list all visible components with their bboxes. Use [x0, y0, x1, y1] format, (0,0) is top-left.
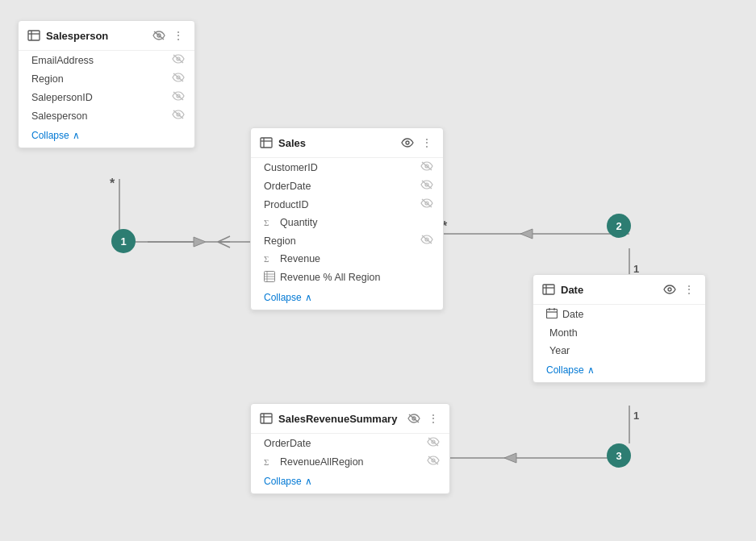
svg-point-37	[406, 141, 409, 144]
svg-marker-11	[520, 229, 533, 239]
field-emailaddress-eye[interactable]	[172, 54, 185, 66]
svg-rect-55	[547, 310, 558, 318]
salesperson-eye-icon[interactable]	[151, 27, 167, 44]
calendar-date-icon	[546, 308, 559, 321]
field-customerid: CustomerID	[251, 158, 443, 177]
table-salesperson-title: Salesperson	[46, 30, 146, 42]
field-customerid-eye[interactable]	[420, 161, 433, 173]
field-orderdate-sales-eye[interactable]	[420, 180, 433, 192]
field-region-sales-eye[interactable]	[420, 235, 433, 247]
table-date: Date ⋮ Date	[533, 274, 706, 383]
field-region-sp: Region	[19, 69, 194, 88]
table-sales-title: Sales	[278, 137, 395, 149]
sales-more-icon[interactable]: ⋮	[419, 135, 435, 151]
svg-marker-3	[194, 237, 206, 247]
table-sales-icon	[259, 135, 274, 150]
table-sales-header: Sales ⋮	[251, 128, 443, 158]
field-revenue-pct: Revenue % All Region	[251, 268, 443, 287]
field-date-date: Date	[533, 305, 705, 324]
field-orderdate-srs: OrderDate	[251, 434, 449, 452]
sales-collapse[interactable]: Collapse ∧	[251, 287, 443, 310]
table-salesperson: Salesperson ⋮ EmailAddress Region	[18, 20, 195, 148]
field-productid-eye[interactable]	[420, 198, 433, 210]
srs-collapse[interactable]: Collapse ∧	[251, 471, 449, 493]
table-date-header: Date ⋮	[533, 275, 705, 305]
sigma-icon-revenue-all: Σ	[264, 457, 277, 467]
svg-marker-17	[504, 453, 516, 463]
table-date-actions: ⋮	[662, 281, 697, 298]
field-region-sales: Region	[251, 231, 443, 250]
field-region-sp-eye[interactable]	[172, 73, 185, 85]
svg-text:1: 1	[633, 263, 639, 275]
field-revenue: Σ Revenue	[251, 250, 443, 268]
relationship-circle-2[interactable]: 2	[607, 214, 631, 238]
field-productid: ProductID	[251, 195, 443, 214]
date-eye-icon[interactable]	[662, 281, 678, 298]
svg-text:1: 1	[633, 410, 639, 422]
field-orderdate-srs-eye[interactable]	[427, 437, 440, 449]
table-srs-title: SalesRevenueSummary	[278, 413, 401, 425]
svg-rect-51	[543, 285, 554, 294]
srs-more-icon[interactable]: ⋮	[425, 410, 441, 427]
svg-text:*: *	[110, 177, 115, 190]
svg-rect-59	[261, 414, 272, 423]
table-srs-icon	[259, 411, 274, 426]
table-salesperson-header: Salesperson ⋮	[19, 21, 194, 51]
date-more-icon[interactable]: ⋮	[681, 281, 697, 298]
field-salesperson-name-eye[interactable]	[172, 110, 185, 122]
sigma-icon-revenue: Σ	[264, 254, 277, 264]
sigma-icon-quantity: Σ	[264, 218, 277, 227]
calc-icon-revenue-pct	[264, 271, 277, 284]
field-salesperson-name: Salesperson	[19, 106, 194, 125]
salesperson-collapse[interactable]: Collapse ∧	[19, 125, 194, 148]
field-quantity: Σ Quantity	[251, 214, 443, 231]
relationship-circle-1[interactable]: 1	[111, 229, 136, 253]
svg-rect-34	[261, 138, 272, 148]
svg-rect-21	[28, 31, 40, 40]
table-srs-header: SalesRevenueSummary ⋮	[251, 404, 449, 434]
field-salepersonid: SalepersonID	[19, 88, 194, 106]
sales-eye-icon[interactable]	[399, 135, 416, 151]
table-salesrevenuesummary: SalesRevenueSummary ⋮ OrderDate Σ Reve	[250, 403, 450, 494]
relationship-circle-3[interactable]: 3	[607, 443, 631, 468]
table-date-icon	[541, 282, 556, 297]
table-date-title: Date	[561, 284, 657, 296]
field-emailaddress: EmailAddress	[19, 51, 194, 69]
table-salesperson-icon	[27, 28, 41, 43]
date-collapse[interactable]: Collapse ∧	[533, 360, 705, 382]
field-month: Month	[533, 324, 705, 342]
table-sales: Sales ⋮ CustomerID OrderDate	[250, 127, 444, 310]
field-orderdate-sales: OrderDate	[251, 177, 443, 195]
table-sales-actions: ⋮	[399, 135, 435, 151]
srs-eye-icon[interactable]	[406, 410, 422, 427]
svg-line-5	[218, 236, 230, 242]
svg-line-6	[218, 242, 230, 248]
svg-point-54	[668, 288, 671, 291]
field-revenueallregion: Σ RevenueAllRegion	[251, 452, 449, 471]
field-revenueallregion-eye[interactable]	[427, 456, 440, 468]
field-salepersonid-eye[interactable]	[172, 91, 185, 103]
diagram-canvas: * * 1 * 1 1 2 3	[0, 0, 756, 541]
salesperson-more-icon[interactable]: ⋮	[170, 27, 186, 44]
table-srs-actions: ⋮	[406, 410, 441, 427]
table-salesperson-actions: ⋮	[151, 27, 186, 44]
field-year: Year	[533, 342, 705, 360]
